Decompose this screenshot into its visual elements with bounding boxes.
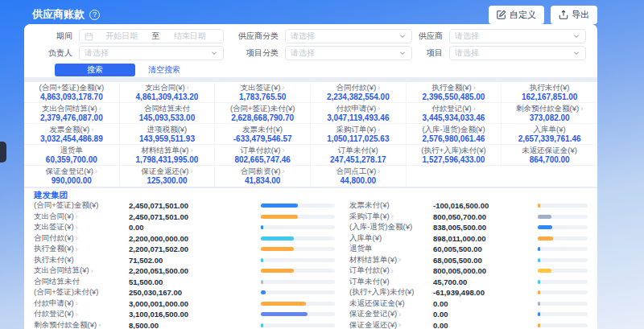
metric-card: (合同+签证)金额(¥)4,863,093,178.70 [24, 82, 120, 103]
progress-bar [261, 247, 335, 251]
account-row: 支出合同结算(¥)›2,200,051,500.00 [34, 265, 335, 277]
chevron-right-icon: › [378, 104, 380, 113]
metric-label[interactable]: 执行金额(¥)› [431, 83, 476, 93]
clear-search-link[interactable]: 清空搜索 [148, 64, 180, 76]
metric-value: 2,657,339,761.46 [518, 134, 581, 144]
chevron-down-icon [210, 49, 218, 57]
metric-value: 143,959,511.93 [139, 134, 195, 144]
chevron-right-icon: › [99, 104, 101, 113]
account-value: 2,200,000,000.00 [129, 234, 254, 243]
account-value: 3,100,016,500.00 [129, 310, 254, 319]
account-label: (执行+入库)未付(¥) [349, 287, 433, 298]
progress-fill [538, 204, 540, 208]
supplier-select[interactable]: 请选择 [449, 29, 586, 43]
project-category-select[interactable]: 请选择 [285, 46, 412, 60]
chevron-right-icon: › [282, 83, 284, 93]
progress-fill [538, 302, 540, 306]
export-label: 导出 [572, 9, 589, 21]
metric-label[interactable]: 采购订单(¥)› [336, 125, 381, 134]
chevron-right-icon: › [98, 321, 101, 329]
customize-button[interactable]: 自定义 [489, 6, 544, 24]
account-row: 付款登记(¥)›3,100,016,500.00 [34, 309, 335, 320]
progress-bar [538, 280, 588, 284]
metric-label: 合同结算未付 [144, 104, 190, 113]
account-label[interactable]: 支出合同结算(¥)› [34, 265, 129, 276]
metric-label[interactable]: 合同薪资(¥)› [241, 167, 285, 176]
account-row: (入库-退货)金额(¥)838,005,500.00 [349, 222, 588, 233]
metric-label[interactable]: 付款登记(¥)› [431, 104, 476, 113]
progress-bar [538, 215, 588, 219]
account-label[interactable]: 付款登记(¥)› [34, 309, 129, 319]
metric-label[interactable]: 订单付款(¥)› [241, 146, 285, 155]
chevron-right-icon: › [76, 212, 78, 220]
account-value: 3,000,001,000.00 [129, 299, 254, 308]
chevron-right-icon: › [76, 299, 78, 307]
metric-label[interactable]: 合同点工(¥)› [336, 167, 381, 176]
metric-card: 进项税额(¥)143,959,511.93 [120, 124, 216, 145]
metric-label[interactable]: 发票金额(¥)› [50, 125, 94, 134]
progress-fill [261, 236, 294, 241]
account-value: 800,050,700.00 [433, 212, 531, 221]
metric-value: 4,863,093,178.70 [40, 93, 103, 102]
account-value: 0.00 [433, 299, 531, 308]
account-value: 2,450,071,501.00 [129, 212, 254, 221]
account-label[interactable]: 支出签证(¥)› [34, 222, 129, 232]
account-label: 订单未付(¥) [349, 277, 433, 287]
progress-bar [538, 247, 588, 251]
account-label[interactable]: 合同付款(¥)› [34, 233, 129, 244]
project-category-label: 项目分类 [224, 47, 285, 59]
metric-label[interactable]: 支出签证(¥)› [241, 83, 285, 93]
account-label[interactable]: 付款申请(¥)› [34, 298, 129, 309]
search-button[interactable]: 搜索 [55, 64, 135, 76]
metric-label[interactable]: 材料结算单(¥)› [141, 146, 192, 155]
group-name[interactable]: 建发集团 [34, 190, 588, 200]
export-button[interactable]: 导出 [551, 6, 597, 24]
progress-fill [538, 290, 540, 294]
progress-fill [538, 236, 553, 241]
metric-label[interactable]: 合同付款(¥)› [336, 83, 381, 93]
metric-value: 1,798,431,995.00 [136, 155, 199, 165]
metrics-card: (合同+签证)金额(¥)4,863,093,178.70支出合同(¥)›4,86… [24, 82, 597, 187]
sidebar-collapse-handle[interactable] [0, 142, 6, 162]
metric-label[interactable]: 付款申请(¥)› [336, 104, 381, 113]
account-label[interactable]: 保证金登记(¥)› [349, 309, 433, 319]
metric-value: 2,234,382,554.00 [327, 93, 390, 102]
metric-label[interactable]: 剩余预付款金额(¥)› [516, 104, 583, 113]
account-label[interactable]: 剩余预付款金额(¥)› [34, 320, 129, 329]
owner-select[interactable]: 请选择 [79, 46, 224, 60]
chevron-right-icon: › [76, 245, 78, 253]
progress-bar [261, 225, 335, 229]
end-date-placeholder: 结束日期 [162, 31, 219, 42]
account-value: 898,011,000.00 [433, 234, 531, 243]
help-icon[interactable]: ? [89, 10, 100, 20]
period-daterange-input[interactable]: 开始日期 至 结束日期 [79, 29, 224, 43]
progress-fill [538, 312, 540, 316]
account-label[interactable]: 采购订单(¥)› [349, 212, 433, 222]
account-label[interactable]: 执行金额(¥)› [34, 244, 129, 254]
account-label[interactable]: 支出合同(¥)› [34, 212, 129, 222]
account-label[interactable]: 保证金返还(¥)› [349, 320, 433, 329]
metric-label: 发票未付(¥) [242, 125, 283, 134]
chevron-down-icon [572, 49, 580, 57]
chevron-right-icon: › [76, 224, 78, 232]
account-value: 2,450,071,501.00 [129, 201, 254, 210]
account-value: 8,500.00 [129, 321, 254, 329]
account-label[interactable]: 订单付款(¥)› [349, 265, 433, 276]
project-select[interactable]: 请选择 [449, 46, 586, 60]
account-label[interactable]: 材料结算单(¥)› [349, 255, 433, 265]
metric-card: 支出合同(¥)›4,861,309,413.20 [120, 82, 216, 103]
metric-card: 订单未付(¥)247,451,278.17 [311, 145, 407, 166]
metric-value: 1,527,596,433.00 [423, 155, 485, 165]
metric-label[interactable]: 保证金登记(¥)› [46, 167, 97, 176]
metric-value: 2,379,476,087.00 [40, 113, 103, 123]
chevron-right-icon: › [398, 321, 401, 329]
progress-bar [261, 236, 335, 241]
account-value: 800,005,000.00 [433, 266, 531, 275]
metric-label: 未返还保证金(¥) [522, 146, 577, 155]
metric-label[interactable]: 支出合同(¥)› [145, 83, 189, 93]
metric-label[interactable]: 支出合同结算(¥)› [42, 104, 101, 113]
metric-card: (入库-退货)金额(¥)2,576,980,061.46 [407, 124, 502, 145]
account-row: 订单付款(¥)›800,005,000.00 [349, 265, 588, 277]
metric-label[interactable]: 保证金返还(¥)› [141, 167, 192, 176]
supplier-category-select[interactable]: 请选择 [285, 29, 412, 43]
